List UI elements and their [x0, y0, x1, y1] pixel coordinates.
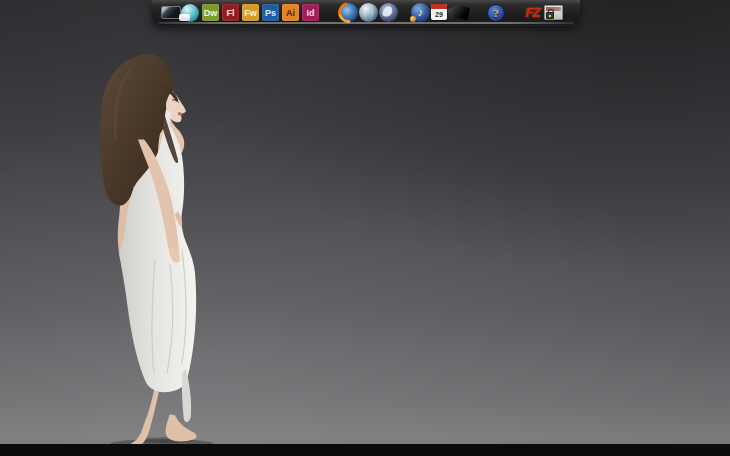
disc-drive-icon[interactable] [181, 3, 200, 22]
dark-swoosh-app-icon[interactable] [448, 4, 470, 22]
calendar-icon[interactable]: 29 [431, 4, 447, 20]
media-player-icon[interactable]: ♪ [411, 3, 430, 22]
bottom-black-band [0, 444, 730, 456]
secure-window-icon[interactable] [544, 5, 563, 20]
top-dock: Dw Fl Fw Ps Ai Id ♪ 29 ? FZ [152, 0, 580, 26]
adobe-photoshop-icon[interactable]: Ps [262, 4, 279, 21]
adobe-flash-icon[interactable]: Fl [222, 4, 239, 21]
adobe-illustrator-icon[interactable]: Ai [282, 4, 299, 21]
adobe-dreamweaver-icon[interactable]: Dw [202, 4, 219, 21]
wallpaper-woman-figure [70, 50, 250, 448]
filezilla-icon[interactable]: FZ [522, 3, 543, 22]
calendar-day: 29 [431, 9, 447, 20]
globe-browser-icon[interactable] [359, 3, 378, 22]
padlock-glyph [546, 12, 554, 19]
help-icon[interactable]: ? [487, 4, 505, 22]
disc-glyph [181, 4, 199, 22]
monitor-glyph [161, 6, 181, 19]
desktop-wallpaper[interactable]: Dw Fl Fw Ps Ai Id ♪ 29 ? FZ [0, 0, 730, 456]
my-computer-icon[interactable] [161, 3, 180, 22]
adobe-fireworks-icon[interactable]: Fw [242, 4, 259, 21]
adobe-indesign-icon[interactable]: Id [302, 4, 319, 21]
globe-bird-app-icon[interactable] [379, 3, 398, 22]
firefox-browser-icon[interactable] [339, 3, 358, 22]
